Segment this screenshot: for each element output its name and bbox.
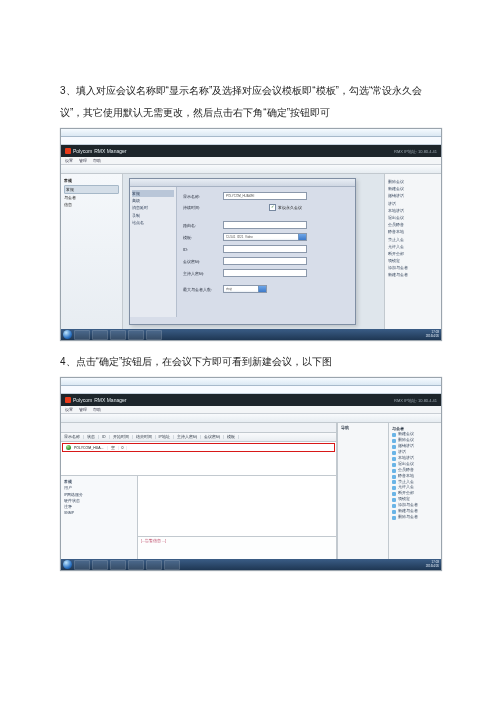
menu-settings[interactable]: 设置: [65, 158, 73, 163]
conference-row[interactable]: POLYCOM_HUA... 空 0: [63, 444, 334, 451]
polycom-logo-icon: [65, 397, 71, 403]
dialog-tab-general[interactable]: 常规: [132, 190, 174, 197]
start-button-icon[interactable]: [63, 560, 72, 569]
action-item[interactable]: 项锁定: [388, 257, 438, 264]
bottom-content-area: [138, 476, 336, 536]
action-item[interactable]: 添加与会者: [388, 264, 438, 271]
col-end[interactable]: 结束时间: [133, 435, 156, 439]
action-item[interactable]: 禁止入会: [388, 236, 438, 243]
col-ip[interactable]: IP地址: [156, 435, 174, 439]
taskbar-button[interactable]: [164, 560, 180, 570]
row-name: POLYCOM_HUA...: [71, 446, 108, 450]
taskbar-date: 2016/4/26: [426, 335, 439, 338]
col-start[interactable]: 开始时间: [110, 435, 133, 439]
bottom-nav-panel: 常规 用户 IP网络服务 硬件状态 注释 SNMP: [61, 476, 138, 559]
nav-item-info[interactable]: 信息: [64, 201, 119, 208]
row-status: 空: [108, 446, 119, 450]
taskbar-button[interactable]: [74, 330, 90, 340]
menu-admin[interactable]: 管理: [79, 158, 87, 163]
display-name-label: 显示名称:: [183, 194, 223, 199]
col-name[interactable]: 显示名称: [61, 435, 84, 439]
action-item[interactable]: 断开全部: [388, 250, 438, 257]
new-conference-dialog: 常规 高级 消息延时 录制 站点名 显示名称: POLYCOM_HUAWEI 持…: [129, 178, 356, 325]
menu-admin[interactable]: 管理: [79, 407, 87, 412]
menu-help[interactable]: 帮助: [93, 407, 101, 412]
taskbar-button[interactable]: [146, 560, 162, 570]
dialog-sidebar: 常规 高级 消息延时 录制 站点名: [130, 187, 177, 317]
taskbar-button[interactable]: [74, 560, 90, 570]
taskbar-button[interactable]: [146, 330, 162, 340]
duration-label: 持续时间:: [183, 205, 223, 210]
nav-item-general[interactable]: 常规: [64, 185, 119, 194]
dialog-tab-sitename[interactable]: 站点名: [132, 219, 174, 226]
menu-help[interactable]: 帮助: [93, 158, 101, 163]
new-conference-highlight: POLYCOM_HUA... 空 0: [62, 443, 335, 452]
taskbar-button[interactable]: [92, 560, 108, 570]
permanent-checkbox[interactable]: ✓: [269, 204, 276, 211]
menubar: 设置 管理 帮助: [61, 406, 441, 414]
col-template[interactable]: 模板: [224, 435, 239, 439]
template-label: 模板:: [183, 235, 223, 240]
action-item[interactable]: 新建与会者: [388, 271, 438, 278]
log-line: […告警信息…]: [141, 539, 166, 543]
conf-password-input[interactable]: [223, 257, 307, 265]
dialog-tab-advanced[interactable]: 高级: [132, 197, 174, 204]
action-item[interactable]: 退出会议: [388, 214, 438, 221]
browser-titlebar: [61, 378, 441, 386]
actions-right-panel: 删除会议 新建会议 撤销讲话 讲话 本地讲话 退出会议 全员静音 静音本地 禁止…: [384, 174, 441, 329]
action-item[interactable]: 删除会议: [388, 178, 438, 185]
col-status[interactable]: 状态: [84, 435, 99, 439]
nav-sidebar: 常规 常规 与会者 信息: [61, 174, 123, 329]
taskbar-button[interactable]: [128, 330, 144, 340]
polycom-logo-icon: [65, 148, 71, 154]
col-id[interactable]: ID: [99, 435, 110, 439]
taskbar-button[interactable]: [110, 330, 126, 340]
right-actions-panel: 与会者 新建会议 删除会议 撤销讲话 讲话 本地讲话 退出会议 全员静音 静音本…: [388, 423, 441, 559]
max-parties-select[interactable]: 自动: [223, 285, 267, 293]
taskbar: 17:03 2016/4/26: [61, 329, 441, 340]
dialog-tab-delay[interactable]: 消息延时: [132, 204, 174, 211]
menubar: 设置 管理 帮助: [61, 157, 441, 165]
app-header: Polycom RMX Manager RMX IP地址: 10.80.4.41: [61, 394, 441, 406]
vendor-label: Polycom: [73, 397, 92, 403]
col-hostpwd[interactable]: 主持人密码: [174, 435, 201, 439]
app-title: RMX Manager: [94, 397, 126, 403]
action-item[interactable]: 新建会议: [388, 185, 438, 192]
menu-settings[interactable]: 设置: [65, 407, 73, 412]
taskbar-button[interactable]: [92, 330, 108, 340]
app-header: Polycom RMX Manager RMX IP地址: 10.80.4.41: [61, 145, 441, 157]
display-name-input[interactable]: POLYCOM_HUAWEI: [223, 192, 307, 200]
taskbar: 17:03 2016/4/26: [61, 559, 441, 570]
template-select[interactable]: CU141_ID21_Video: [223, 233, 307, 241]
dialog-form: 显示名称: POLYCOM_HUAWEI 持续时间: ✓ 常设永久会议: [177, 187, 355, 317]
id-input[interactable]: [223, 245, 307, 253]
app-toolbar: [61, 414, 441, 423]
routing-label: 路由名:: [183, 223, 223, 228]
middle-nav-panel: 导航: [337, 423, 388, 559]
bottom-nav-item[interactable]: SNMP: [64, 510, 134, 516]
row-id: 0: [119, 446, 128, 450]
routing-input[interactable]: [223, 221, 307, 229]
app-header-right: RMX IP地址: 10.80.4.41: [394, 149, 437, 154]
action-item[interactable]: 静音本地: [388, 228, 438, 235]
host-password-input[interactable]: [223, 269, 307, 277]
taskbar-button[interactable]: [110, 560, 126, 570]
dialog-titlebar: [130, 179, 355, 187]
action-item[interactable]: 删除与会者: [392, 515, 438, 521]
action-item[interactable]: 允许入会: [388, 243, 438, 250]
log-panel: […告警信息…]: [138, 536, 336, 559]
action-item[interactable]: 全员静音: [388, 221, 438, 228]
action-item[interactable]: 本地讲话: [388, 207, 438, 214]
start-button-icon[interactable]: [63, 330, 72, 339]
action-item[interactable]: 撤销讲话: [388, 192, 438, 199]
right-panel-header: 与会者: [392, 426, 438, 431]
taskbar-button[interactable]: [128, 560, 144, 570]
permanent-checkbox-label: 常设永久会议: [278, 205, 302, 210]
list-columns: 显示名称 状态 ID 开始时间 结束时间 IP地址 主持人密码 会议密码 模板: [61, 433, 336, 442]
max-parties-label: 最大与会者人数:: [183, 287, 223, 292]
dialog-tab-record[interactable]: 录制: [132, 212, 174, 219]
col-confpwd[interactable]: 会议密码: [201, 435, 224, 439]
conf-password-label: 会议密码:: [183, 259, 223, 264]
action-item[interactable]: 讲话: [388, 200, 438, 207]
nav-item-participants[interactable]: 与会者: [64, 194, 119, 201]
